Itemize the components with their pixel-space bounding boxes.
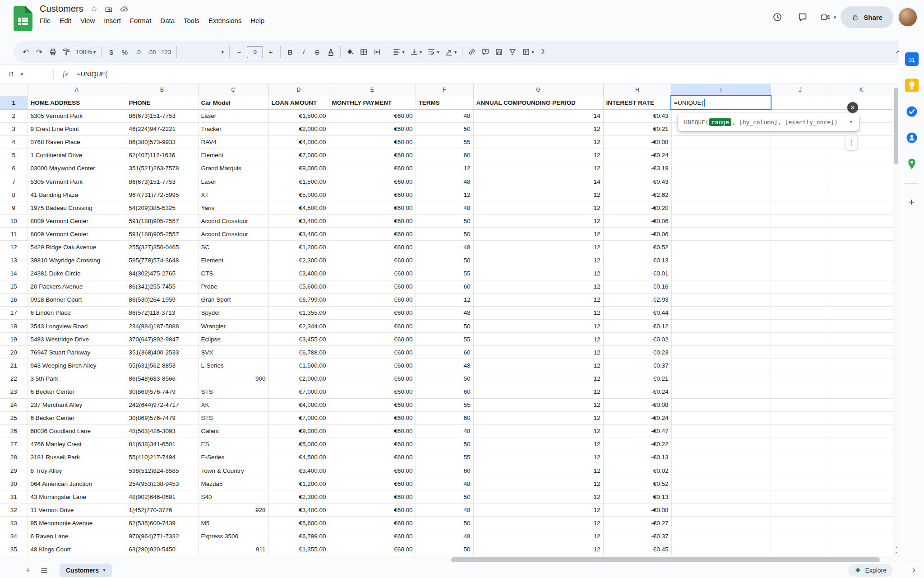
cell-E34[interactable]: €60.00 xyxy=(329,530,416,543)
cell-I6[interactable] xyxy=(671,162,771,175)
cell-G17[interactable]: 12 xyxy=(473,306,603,319)
horizontal-align-button[interactable]: ▾ xyxy=(390,44,407,60)
cell-H7[interactable]: €0.43 xyxy=(603,175,671,188)
decrease-font-button[interactable]: − xyxy=(232,44,246,60)
row-number[interactable]: 10 xyxy=(0,214,28,228)
row-number[interactable]: 3 xyxy=(0,122,28,135)
insert-comment-button[interactable] xyxy=(479,44,492,60)
column-header-K[interactable]: K xyxy=(830,84,893,96)
formula-input[interactable]: =UNIQUE( xyxy=(77,70,107,78)
decrease-decimal-button[interactable]: .0 xyxy=(131,44,145,60)
cell-C12[interactable]: SC xyxy=(198,241,268,254)
cell-A28[interactable]: 3181 Russell Park xyxy=(28,451,126,464)
cell-A13[interactable]: 39810 Wayridge Crossing xyxy=(28,254,126,267)
help-more-menu[interactable]: ⋮ xyxy=(845,135,857,150)
comments-icon[interactable] xyxy=(792,7,813,28)
cell-G30[interactable]: 12 xyxy=(473,477,603,490)
vertical-align-button[interactable]: ▾ xyxy=(407,44,425,60)
row-number[interactable]: 35 xyxy=(0,543,28,556)
cell-E24[interactable]: €60.00 xyxy=(329,398,416,411)
cell-I19[interactable] xyxy=(671,333,771,346)
cell-B9[interactable]: 54(209)385-5325 xyxy=(126,201,198,214)
row-number[interactable]: 13 xyxy=(0,254,28,267)
cell-G2[interactable]: 14 xyxy=(473,109,603,122)
cell-E35[interactable]: €60.00 xyxy=(329,543,416,556)
cell-E9[interactable]: €60.00 xyxy=(329,201,416,214)
cell-J27[interactable] xyxy=(771,438,830,451)
cell-E19[interactable]: €60.00 xyxy=(329,333,416,346)
cell-K33[interactable] xyxy=(830,517,893,530)
cell-E13[interactable]: €60.00 xyxy=(329,254,416,267)
cell-B34[interactable]: 970(964)771-7332 xyxy=(126,530,198,543)
cell-I7[interactable] xyxy=(671,175,771,188)
cell-J34[interactable] xyxy=(771,530,830,543)
cell-J25[interactable] xyxy=(771,411,830,424)
cell-H6[interactable]: -€3.19 xyxy=(603,162,671,175)
cell-F35[interactable]: 50 xyxy=(416,543,473,556)
cell-F17[interactable]: 48 xyxy=(416,306,473,319)
cell-B10[interactable]: 591(188)905-2557 xyxy=(126,214,198,228)
cell-A31[interactable]: 43 Morningstar Lane xyxy=(28,490,126,503)
cell-A12[interactable]: 5429 Ridge Oak Avenue xyxy=(28,241,126,254)
cell-I5[interactable] xyxy=(671,149,771,162)
cell-K6[interactable] xyxy=(830,162,893,175)
cell-B5[interactable]: 62(407)112-1636 xyxy=(126,149,198,162)
cell-B31[interactable]: 48(902)646-0691 xyxy=(126,490,198,503)
cell-D19[interactable]: €3,455.00 xyxy=(268,333,329,346)
font-size-input[interactable]: 9 xyxy=(247,46,263,58)
cell-A18[interactable]: 3543 Longview Road xyxy=(28,320,126,333)
cell-D5[interactable]: €7,000.00 xyxy=(268,149,329,162)
cell-G26[interactable]: 12 xyxy=(473,424,603,438)
text-rotation-button[interactable]: ▾ xyxy=(442,44,460,60)
cell-K24[interactable] xyxy=(830,398,893,411)
cell-C1[interactable]: Car Model xyxy=(198,96,268,109)
cell-K21[interactable] xyxy=(830,359,893,372)
cell-G23[interactable]: 12 xyxy=(473,385,603,398)
cell-K25[interactable] xyxy=(830,411,893,424)
cell-F31[interactable]: 50 xyxy=(416,490,473,503)
create-filter-button[interactable] xyxy=(506,44,519,60)
row-number[interactable]: 28 xyxy=(0,451,28,464)
cell-G29[interactable]: 12 xyxy=(473,464,603,477)
cell-H23[interactable]: -€0.24 xyxy=(603,385,671,398)
cell-E10[interactable]: €60.00 xyxy=(329,214,416,228)
name-box[interactable]: I1 ▾ xyxy=(0,70,53,78)
cell-F15[interactable]: 60 xyxy=(416,280,473,293)
cell-D16[interactable]: €6,799.00 xyxy=(268,293,329,306)
cell-G14[interactable]: 12 xyxy=(473,267,603,280)
cell-K32[interactable] xyxy=(830,503,893,517)
row-number[interactable]: 14 xyxy=(0,267,28,280)
cell-H10[interactable]: -€0.06 xyxy=(603,214,671,228)
cell-A5[interactable]: 1 Continental Drive xyxy=(28,149,126,162)
cell-I13[interactable] xyxy=(671,254,771,267)
cell-G6[interactable]: 12 xyxy=(473,162,603,175)
cell-B26[interactable]: 48(503)426-3093 xyxy=(126,424,198,438)
all-sheets-button[interactable] xyxy=(36,564,52,577)
cell-G1[interactable]: ANNUAL COMPOUNDING PERIOD xyxy=(473,96,603,109)
cell-J12[interactable] xyxy=(771,241,830,254)
font-family-select[interactable]: ▾ xyxy=(180,44,226,60)
cell-A10[interactable]: 8009 Vermont Center xyxy=(28,214,126,228)
cell-D3[interactable]: €2,000.00 xyxy=(268,122,329,135)
cell-I21[interactable] xyxy=(671,359,771,372)
cell-F18[interactable]: 50 xyxy=(416,320,473,333)
cell-B35[interactable]: 63(280)920-5450 xyxy=(126,543,198,556)
cell-K30[interactable] xyxy=(830,477,893,490)
cell-F12[interactable]: 48 xyxy=(416,241,473,254)
meet-call-button[interactable]: ▾ xyxy=(818,7,836,28)
cell-D4[interactable]: €4,000.00 xyxy=(268,135,329,149)
cell-D24[interactable]: €4,000.00 xyxy=(268,398,329,411)
contacts-icon[interactable] xyxy=(905,131,919,144)
cell-D25[interactable]: €7,000.00 xyxy=(268,411,329,424)
cell-F1[interactable]: TERMS xyxy=(416,96,473,109)
cell-A30[interactable]: 064 American Junction xyxy=(28,477,126,490)
cell-G28[interactable]: 12 xyxy=(473,451,603,464)
cell-B33[interactable]: 62(535)600-7439 xyxy=(126,517,198,530)
doc-title[interactable]: Customers xyxy=(40,4,83,14)
cell-A6[interactable]: 03000 Maywood Center xyxy=(28,162,126,175)
cell-J8[interactable] xyxy=(771,188,830,201)
cell-I26[interactable] xyxy=(671,424,771,438)
close-help-button[interactable]: ✕ xyxy=(847,102,858,113)
cell-D21[interactable]: €1,500.00 xyxy=(268,359,329,372)
cell-E30[interactable]: €60.00 xyxy=(329,477,416,490)
